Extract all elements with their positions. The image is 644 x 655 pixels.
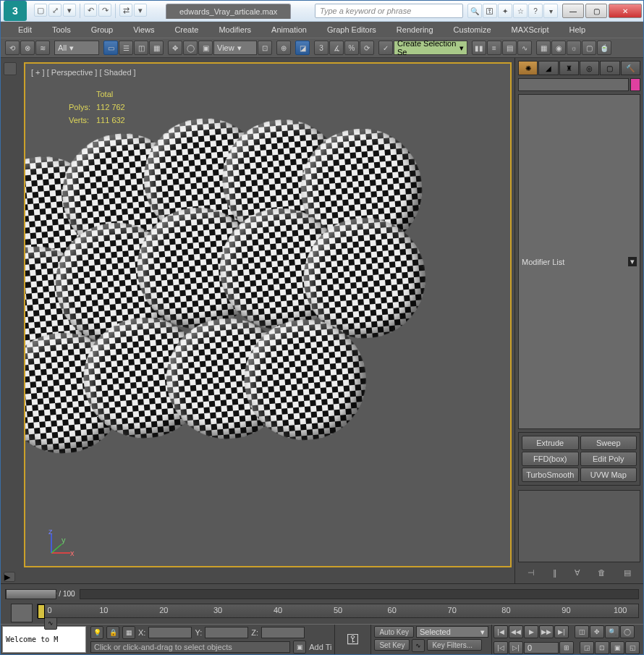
menu-edit[interactable]: Edit bbox=[8, 23, 42, 36]
keymode-icon[interactable]: ◪ bbox=[295, 41, 310, 55]
menu-grapheditors[interactable]: Graph Editors bbox=[317, 23, 386, 36]
modifier-stack[interactable] bbox=[518, 490, 640, 562]
configure-sets-icon[interactable]: ▤ bbox=[624, 568, 631, 578]
track-slider[interactable] bbox=[80, 589, 639, 599]
next-frame-icon[interactable]: ▶▶ bbox=[539, 625, 554, 638]
pivot-icon[interactable]: ⊡ bbox=[258, 41, 272, 55]
help-icon[interactable]: ? bbox=[528, 4, 543, 18]
render-setup-icon[interactable]: ☼ bbox=[567, 41, 581, 55]
render-frame-icon[interactable]: ▢ bbox=[582, 41, 596, 55]
mirror-icon[interactable]: ▮▮ bbox=[472, 41, 486, 55]
lock2-icon[interactable]: 🔒 bbox=[106, 626, 119, 639]
material-icon[interactable]: ◉ bbox=[551, 41, 566, 55]
close-button[interactable]: ✕ bbox=[609, 4, 642, 18]
align-icon[interactable]: ≡ bbox=[487, 41, 501, 55]
select-name-icon[interactable]: ☰ bbox=[119, 41, 133, 55]
vp-max-icon[interactable]: ◫ bbox=[575, 625, 589, 638]
pin-stack-icon[interactable]: ⊣ bbox=[528, 568, 535, 578]
play-preview-icon[interactable]: ▶ bbox=[4, 572, 15, 582]
mod-editpoly[interactable]: Edit Poly bbox=[580, 452, 637, 466]
redo-icon[interactable]: ↷ bbox=[98, 4, 111, 17]
keymode-small-icon[interactable]: ∿ bbox=[412, 639, 425, 652]
time-config-icon[interactable]: ⊞ bbox=[559, 641, 574, 654]
menu-views[interactable]: Views bbox=[123, 23, 164, 36]
undo-icon[interactable]: ↶ bbox=[84, 4, 97, 17]
binoculars-icon[interactable]: 🔍 bbox=[467, 4, 482, 18]
menu-create[interactable]: Create bbox=[164, 23, 208, 36]
make-unique-icon[interactable]: ∀ bbox=[575, 568, 580, 578]
prev-frame-icon[interactable]: ◀◀ bbox=[509, 625, 523, 638]
maximize-button[interactable]: ▢ bbox=[585, 4, 607, 18]
named-selection-combo[interactable]: Create Selection Se▾ bbox=[394, 41, 467, 55]
ref-coord-combo[interactable]: View▾ bbox=[213, 41, 257, 55]
hierarchy-tab-icon[interactable]: ♜ bbox=[559, 61, 579, 75]
spinner-snap-icon[interactable]: ⟳ bbox=[360, 41, 374, 55]
layers-icon[interactable]: ▤ bbox=[502, 41, 517, 55]
mod-extrude[interactable]: Extrude bbox=[522, 436, 579, 450]
keyfilters-button[interactable]: Key Filters... bbox=[427, 639, 482, 651]
file-tab[interactable]: edwards_Vray_articale.max bbox=[166, 4, 291, 19]
scale-tool-icon[interactable]: ▣ bbox=[198, 41, 213, 55]
link-icon[interactable]: ⇄ bbox=[119, 4, 132, 17]
menu-rendering[interactable]: Rendering bbox=[386, 23, 444, 36]
open-icon[interactable]: ⤢ bbox=[48, 4, 62, 17]
vp-tool-1[interactable] bbox=[4, 62, 17, 75]
mini-curve-icon[interactable]: ∿ bbox=[44, 617, 57, 630]
mod-ffd[interactable]: FFD(box) bbox=[522, 452, 579, 466]
time-swatch[interactable] bbox=[11, 604, 33, 622]
modify-tab-icon[interactable]: ◢ bbox=[538, 61, 558, 75]
schematic-icon[interactable]: ▦ bbox=[536, 41, 551, 55]
time-tag-icon[interactable]: ▷| bbox=[509, 641, 523, 654]
menu-animation[interactable]: Animation bbox=[261, 23, 317, 36]
vp-maxtoggle-icon[interactable]: ◱ bbox=[625, 641, 640, 654]
select-tool-icon[interactable]: ▭ bbox=[103, 41, 118, 55]
vp-fov-icon[interactable]: ◲ bbox=[580, 641, 594, 654]
vp-zoom-icon[interactable]: 🔍 bbox=[605, 625, 619, 638]
mod-turbosmooth[interactable]: TurboSmooth bbox=[522, 468, 579, 482]
script-listener[interactable]: Welcome to M bbox=[2, 626, 86, 653]
selection-filter-combo[interactable]: All▾ bbox=[54, 41, 99, 55]
menu-customize[interactable]: Customize bbox=[444, 23, 501, 36]
current-frame-field[interactable]: 0 bbox=[524, 642, 559, 654]
unlink-tool-icon[interactable]: ⊗ bbox=[20, 41, 35, 55]
create-tab-icon[interactable]: ✺ bbox=[518, 61, 538, 75]
link-tool-icon[interactable]: ⟲ bbox=[5, 41, 20, 55]
menu-modifiers[interactable]: Modifiers bbox=[208, 23, 261, 36]
menu-group[interactable]: Group bbox=[81, 23, 124, 36]
vp-pan-icon[interactable]: ✥ bbox=[590, 625, 604, 638]
object-name-field[interactable] bbox=[518, 78, 629, 91]
manip-icon[interactable]: ⊕ bbox=[276, 41, 291, 55]
curve-editor-icon[interactable]: ∿ bbox=[517, 41, 532, 55]
select-region-icon[interactable]: ◫ bbox=[134, 41, 148, 55]
help-dropdown-icon[interactable]: ▾ bbox=[543, 4, 558, 18]
x-field[interactable] bbox=[148, 627, 192, 638]
viewport[interactable]: [ + ] [ Perspective ] [ Shaded ] Total P… bbox=[24, 62, 512, 567]
wand-icon[interactable]: ✦ bbox=[498, 4, 512, 18]
y-field[interactable] bbox=[205, 627, 248, 638]
lock-icon[interactable]: 💡 bbox=[90, 626, 103, 639]
mod-sweep[interactable]: Sweep bbox=[580, 436, 637, 450]
key-step-icon[interactable]: |◁ bbox=[493, 641, 508, 654]
time-head[interactable] bbox=[38, 604, 45, 619]
object-color-swatch[interactable] bbox=[630, 78, 640, 91]
app-logo[interactable]: 3 bbox=[4, 1, 27, 21]
autokey-button[interactable]: Auto Key bbox=[374, 626, 414, 638]
motion-tab-icon[interactable]: ◎ bbox=[580, 61, 599, 75]
modifier-list-combo[interactable]: Modifier List▾ bbox=[518, 94, 640, 429]
vp-orbit-icon[interactable]: ◯ bbox=[620, 625, 635, 638]
menu-maxscript[interactable]: MAXScript bbox=[501, 23, 559, 36]
setkey-button[interactable]: Set Key bbox=[374, 639, 410, 651]
save-icon[interactable]: ▾ bbox=[63, 4, 76, 17]
percent-snap-icon[interactable]: % bbox=[344, 41, 359, 55]
minimize-button[interactable]: — bbox=[562, 4, 584, 18]
iso-icon[interactable]: ▦ bbox=[122, 626, 135, 639]
addtime-label[interactable]: Add Ti bbox=[309, 643, 331, 651]
window-crossing-icon[interactable]: ▦ bbox=[149, 41, 164, 55]
utilities-tab-icon[interactable]: 🔨 bbox=[621, 61, 640, 75]
rotate-tool-icon[interactable]: ◯ bbox=[183, 41, 198, 55]
big-key-icon[interactable]: ⚿ bbox=[347, 632, 360, 647]
render-icon[interactable]: 🍵 bbox=[597, 41, 611, 55]
snap-icon[interactable]: 3 bbox=[314, 41, 329, 55]
menu-tools[interactable]: Tools bbox=[42, 23, 81, 36]
time-ruler[interactable]: 0 10 20 30 40 50 60 70 80 90 100 bbox=[37, 604, 639, 618]
